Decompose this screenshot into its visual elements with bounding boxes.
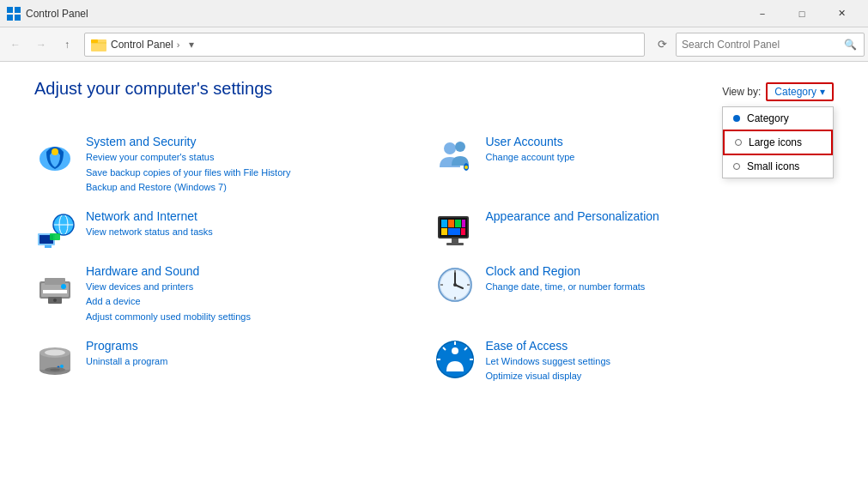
clock-icon [434,264,476,305]
ease-title[interactable]: Ease of Access [486,339,835,353]
app-icon [7,7,21,21]
view-by-row: View by: Category ▾ Category Large icons… [722,82,834,101]
programs-icon [34,339,76,380]
ease-link-2[interactable]: Optimize visual display [486,369,835,384]
network-icon [34,209,76,251]
page-heading: Adjust your computer's settings [34,79,272,99]
svg-point-50 [45,349,65,355]
appearance-icon [434,209,476,251]
system-link-2[interactable]: Save backup copies of your files with Fi… [86,166,434,181]
network-link-1[interactable]: View network status and tasks [86,225,434,240]
svg-point-42 [453,283,457,287]
hardware-link-3[interactable]: Adjust commonly used mobility settings [86,310,434,325]
hardware-title[interactable]: Hardware and Sound [86,264,434,278]
ease-text: Ease of Access Let Windows suggest setti… [486,339,835,384]
system-link-1[interactable]: Review your computer's status [86,150,434,166]
dropdown-item-small-icons[interactable]: Small icons [723,155,833,178]
svg-rect-26 [448,228,460,235]
radio-empty-icon [735,139,742,146]
svg-rect-21 [441,220,447,227]
system-link-3[interactable]: Backup and Restore (Windows 7) [86,180,434,196]
category-ease: Ease of Access Let Windows suggest setti… [434,332,835,391]
hardware-link-1[interactable]: View devices and printers [86,280,434,295]
svg-rect-23 [455,220,461,227]
back-button[interactable]: ← [3,33,27,57]
svg-point-34 [61,284,66,289]
minimize-button[interactable]: − [743,0,782,27]
category-clock: Clock and Region Change date, time, or n… [434,257,835,332]
refresh-button[interactable]: ⟳ [650,33,674,57]
view-by-button[interactable]: Category ▾ [766,82,834,101]
svg-point-36 [53,299,57,302]
appearance-text: Appearance and Personalization [486,209,835,225]
dropdown-label-small-icons: Small icons [747,160,799,172]
network-text: Network and Internet View network status… [86,209,434,240]
svg-rect-13 [45,245,52,248]
address-icon [90,36,107,53]
svg-rect-25 [441,228,447,235]
ease-link-1[interactable]: Let Windows suggest settings [486,354,835,370]
programs-link-1[interactable]: Uninstall a program [86,354,434,370]
svg-rect-29 [446,243,464,245]
system-security-icon [34,135,76,176]
network-title[interactable]: Network and Internet [86,209,434,223]
svg-point-8 [444,142,456,154]
address-dropdown-button[interactable]: ▾ [183,36,200,53]
view-dropdown: Category Large icons Small icons [722,106,834,178]
svg-point-7 [52,148,58,155]
radio-selected-icon [733,115,740,122]
svg-rect-2 [7,15,13,21]
svg-rect-27 [461,228,465,235]
close-button[interactable]: ✕ [822,0,861,27]
dropdown-item-large-icons[interactable]: Large icons [723,130,833,155]
title-bar: Control Panel − □ ✕ [0,0,868,27]
svg-rect-33 [43,290,67,293]
clock-text: Clock and Region Change date, time, or n… [486,264,835,295]
up-button[interactable]: ↑ [55,33,79,57]
category-appearance: Appearance and Personalization [434,202,835,257]
address-bar: Control Panel › ▾ [84,33,645,57]
svg-point-55 [436,341,474,378]
category-programs: Programs Uninstall a program [34,332,434,391]
svg-rect-32 [45,278,65,285]
svg-point-54 [50,368,60,371]
svg-rect-3 [15,15,21,21]
hardware-icon [34,264,76,305]
category-network: Network and Internet View network status… [34,202,434,257]
dropdown-label-large-icons: Large icons [749,136,802,148]
programs-text: Programs Uninstall a program [86,339,434,370]
system-security-text: System and Security Review your computer… [86,135,434,196]
clock-link-1[interactable]: Change date, time, or number formats [486,280,835,295]
svg-rect-22 [448,220,454,227]
svg-point-9 [455,142,465,152]
search-input[interactable] [682,39,841,51]
ease-icon [434,339,476,380]
programs-title[interactable]: Programs [86,339,434,353]
hardware-link-2[interactable]: Add a device [86,294,434,310]
search-icon[interactable]: 🔍 [841,36,859,53]
svg-point-57 [452,347,458,354]
view-by-label: View by: [722,86,761,98]
forward-button[interactable]: → [29,33,53,57]
categories-grid: System and Security Review your computer… [34,128,834,391]
system-security-title[interactable]: System and Security [86,135,434,148]
maximize-button[interactable]: □ [782,0,822,27]
svg-rect-28 [452,238,458,243]
hardware-text: Hardware and Sound View devices and prin… [86,264,434,325]
search-box: 🔍 [676,33,865,57]
svg-rect-5 [91,39,98,43]
appearance-title[interactable]: Appearance and Personalization [486,209,835,223]
nav-bar: ← → ↑ Control Panel › ▾ ⟳ 🔍 [0,27,868,62]
category-system: System and Security Review your computer… [34,128,434,202]
dropdown-label-category: Category [747,112,789,124]
window-controls: − □ ✕ [743,0,861,27]
svg-rect-0 [7,7,13,13]
svg-point-10 [464,166,468,169]
address-arrow: › [177,39,180,50]
view-by-value: Category [774,86,816,98]
dropdown-item-category[interactable]: Category [723,107,833,130]
clock-title[interactable]: Clock and Region [486,264,835,278]
chevron-down-icon: ▾ [820,86,825,98]
category-hardware: Hardware and Sound View devices and prin… [34,257,434,332]
radio-empty-icon-2 [733,163,740,170]
